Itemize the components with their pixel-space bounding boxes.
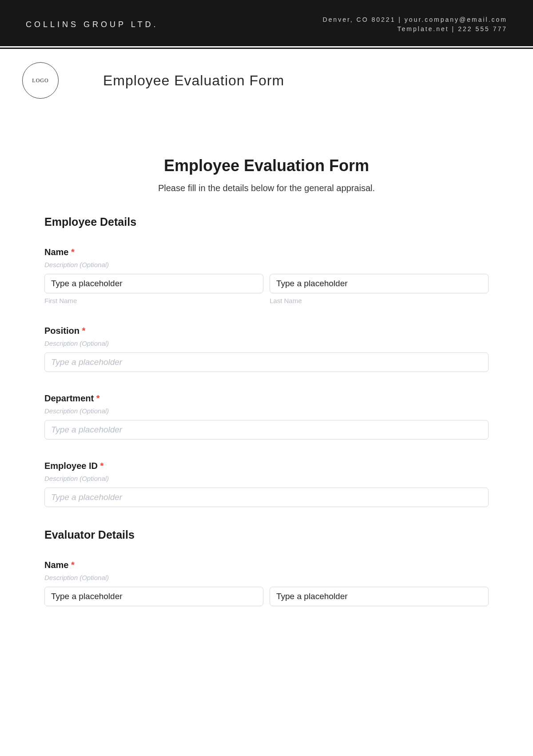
field-employee-id: Employee ID * Description (Optional) bbox=[44, 461, 489, 507]
last-name-sublabel: Last Name bbox=[270, 297, 489, 304]
label-text: Name bbox=[44, 560, 68, 570]
label-employee-id: Employee ID * bbox=[44, 461, 489, 471]
contact-block: Denver, CO 80221 | your.company@email.co… bbox=[322, 15, 507, 34]
field-position: Position * Description (Optional) bbox=[44, 326, 489, 372]
field-description: Description (Optional) bbox=[44, 475, 489, 482]
field-evaluator-name: Name * Description (Optional) bbox=[44, 560, 489, 606]
first-name-sublabel: First Name bbox=[44, 297, 263, 304]
required-mark: * bbox=[71, 560, 75, 570]
contact-line-2: Template.net | 222 555 777 bbox=[322, 24, 507, 34]
top-bar: COLLINS GROUP LTD. Denver, CO 80221 | yo… bbox=[0, 0, 533, 48]
contact-line-1: Denver, CO 80221 | your.company@email.co… bbox=[322, 15, 507, 24]
label-evaluator-name: Name * bbox=[44, 560, 489, 570]
label-text: Position bbox=[44, 326, 80, 336]
label-text: Department bbox=[44, 393, 94, 403]
document-header: LOGO Employee Evaluation Form bbox=[0, 49, 533, 103]
field-department: Department * Description (Optional) bbox=[44, 393, 489, 440]
label-employee-name: Name * bbox=[44, 247, 489, 257]
document-title: Employee Evaluation Form bbox=[103, 72, 284, 89]
employee-id-input[interactable] bbox=[44, 488, 489, 507]
position-input[interactable] bbox=[44, 352, 489, 372]
last-name-input[interactable] bbox=[270, 274, 489, 293]
form-container: Employee Evaluation Form Please fill in … bbox=[0, 103, 533, 606]
required-mark: * bbox=[96, 393, 100, 403]
evaluator-first-name-input[interactable] bbox=[44, 587, 263, 606]
field-description: Description (Optional) bbox=[44, 407, 489, 415]
field-employee-name: Name * Description (Optional) First Name… bbox=[44, 247, 489, 304]
field-description: Description (Optional) bbox=[44, 574, 489, 581]
field-description: Description (Optional) bbox=[44, 261, 489, 268]
label-department: Department * bbox=[44, 393, 489, 404]
field-description: Description (Optional) bbox=[44, 340, 489, 347]
form-subtitle: Please fill in the details below for the… bbox=[44, 183, 489, 193]
required-mark: * bbox=[71, 247, 75, 257]
required-mark: * bbox=[82, 326, 85, 336]
company-name: COLLINS GROUP LTD. bbox=[26, 20, 158, 29]
department-input[interactable] bbox=[44, 420, 489, 440]
section-evaluator-title: Evaluator Details bbox=[44, 528, 489, 541]
evaluator-last-name-input[interactable] bbox=[270, 587, 489, 606]
section-employee-title: Employee Details bbox=[44, 216, 489, 228]
form-title: Employee Evaluation Form bbox=[44, 156, 489, 175]
required-mark: * bbox=[100, 461, 104, 471]
label-text: Name bbox=[44, 247, 68, 257]
label-position: Position * bbox=[44, 326, 489, 336]
logo-placeholder: LOGO bbox=[22, 62, 59, 99]
label-text: Employee ID bbox=[44, 461, 98, 471]
first-name-input[interactable] bbox=[44, 274, 263, 293]
